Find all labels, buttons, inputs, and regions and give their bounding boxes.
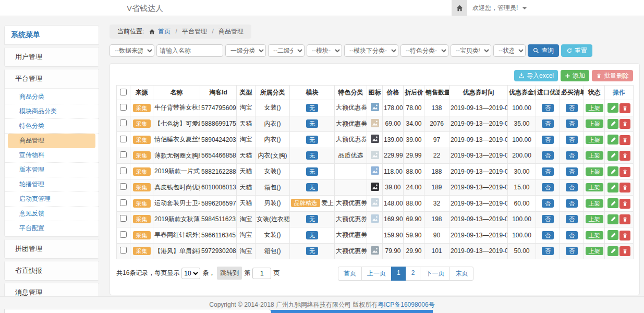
status-badge[interactable]: 上架 xyxy=(586,247,603,255)
edit-button[interactable] xyxy=(607,103,618,113)
row-checkbox[interactable] xyxy=(120,136,127,142)
breadcrumb-home-link[interactable]: 首页 xyxy=(158,28,171,35)
user-menu[interactable]: 欢迎您，管理员! xyxy=(472,0,527,16)
status-badge[interactable]: 上架 xyxy=(586,136,603,144)
row-checkbox[interactable] xyxy=(120,199,127,206)
edit-button[interactable] xyxy=(607,183,618,192)
status-badge[interactable]: 上架 xyxy=(586,167,603,176)
sidebar-item[interactable]: 特色分类 xyxy=(5,119,99,134)
status-badge[interactable]: 上架 xyxy=(586,215,603,223)
pager-button[interactable]: 下一页 xyxy=(420,267,450,281)
must-buy-toggle[interactable]: 否 xyxy=(566,119,578,128)
delete-button[interactable] xyxy=(619,119,630,129)
sidebar-item[interactable]: 启动页管理 xyxy=(5,192,99,207)
sidebar-item[interactable]: 商品分类 xyxy=(5,90,99,104)
row-checkbox[interactable] xyxy=(120,215,127,222)
status-badge[interactable]: 上架 xyxy=(586,119,603,128)
edit-button[interactable] xyxy=(607,230,618,240)
level1-category-select[interactable]: 一级分类 xyxy=(225,44,266,57)
import-select-toggle[interactable]: 否 xyxy=(542,183,554,191)
edit-button[interactable] xyxy=(607,151,618,161)
status-badge[interactable]: 上架 xyxy=(586,183,603,191)
pager-button[interactable]: 末页 xyxy=(449,267,473,281)
level2-category-select[interactable]: --二级分类-- xyxy=(268,44,305,57)
row-checkbox[interactable] xyxy=(120,151,127,158)
must-buy-toggle[interactable]: 否 xyxy=(566,167,578,176)
row-checkbox[interactable] xyxy=(120,104,127,111)
status-badge[interactable]: 上架 xyxy=(586,151,603,160)
delete-button[interactable] xyxy=(619,183,630,192)
row-checkbox[interactable] xyxy=(120,119,127,126)
sidebar-item[interactable]: 版本管理 xyxy=(5,163,99,177)
status-badge[interactable]: 上架 xyxy=(586,199,603,208)
delete-button[interactable] xyxy=(619,135,630,145)
pager-button[interactable]: 1 xyxy=(391,267,406,281)
edit-button[interactable] xyxy=(607,119,618,129)
status-select[interactable]: --状态-- xyxy=(493,44,526,57)
sidebar-item[interactable]: 意见反馈 xyxy=(5,207,99,221)
must-buy-toggle[interactable]: 否 xyxy=(566,199,578,208)
import-select-toggle[interactable]: 否 xyxy=(542,104,554,112)
delete-button[interactable] xyxy=(619,231,630,240)
icp-link[interactable]: 粤ICP备16098006号 xyxy=(378,301,434,308)
import-select-toggle[interactable]: 否 xyxy=(542,136,554,144)
must-buy-toggle[interactable]: 否 xyxy=(566,231,578,239)
add-button[interactable]: 添加 xyxy=(561,70,589,81)
sidebar-item[interactable]: 平台配置 xyxy=(5,221,99,235)
row-checkbox[interactable] xyxy=(120,183,127,190)
sidebar-group-header[interactable]: 拼团管理 xyxy=(5,239,99,258)
status-badge[interactable]: 上架 xyxy=(586,104,603,112)
page-number-input[interactable] xyxy=(252,268,271,279)
import-excel-button[interactable]: 导入excel xyxy=(514,70,558,81)
must-buy-toggle[interactable]: 否 xyxy=(566,151,578,160)
module-subcategory-select[interactable]: --模块下分类-- xyxy=(344,44,398,57)
edit-button[interactable] xyxy=(607,246,618,256)
sidebar-item[interactable]: 轮播管理 xyxy=(5,177,99,192)
sidebar-item[interactable]: 宣传物料 xyxy=(5,148,99,163)
home-button[interactable] xyxy=(452,0,467,16)
row-checkbox[interactable] xyxy=(120,167,127,174)
row-checkbox[interactable] xyxy=(120,231,127,238)
edit-button[interactable] xyxy=(607,166,618,176)
edit-button[interactable] xyxy=(607,198,618,208)
query-button[interactable]: 查询 xyxy=(528,44,559,57)
feature-category-select[interactable]: --特色分类-- xyxy=(400,44,448,57)
pager-button[interactable]: 上一页 xyxy=(361,267,392,281)
delete-button[interactable] xyxy=(619,199,630,209)
must-buy-toggle[interactable]: 否 xyxy=(566,183,578,191)
import-select-toggle[interactable]: 否 xyxy=(542,215,554,223)
import-select-toggle[interactable]: 否 xyxy=(542,199,554,208)
edit-button[interactable] xyxy=(607,135,618,145)
pager-button[interactable]: 2 xyxy=(406,267,421,281)
sidebar-group-header[interactable]: 用户管理 xyxy=(5,47,99,66)
data-source-select[interactable]: --数据来源-- xyxy=(110,44,154,57)
module-select[interactable]: --模块-- xyxy=(307,44,342,57)
must-buy-toggle[interactable]: 否 xyxy=(566,136,578,144)
must-buy-toggle[interactable]: 否 xyxy=(566,247,578,255)
must-buy-toggle[interactable]: 否 xyxy=(566,104,578,112)
pager-button[interactable]: 首页 xyxy=(338,267,362,281)
name-search-input[interactable] xyxy=(156,44,223,57)
delete-button[interactable] xyxy=(619,214,630,224)
import-select-toggle[interactable]: 否 xyxy=(542,167,554,176)
must-buy-toggle[interactable]: 否 xyxy=(566,215,578,223)
delete-button[interactable] xyxy=(619,167,630,177)
sidebar-item[interactable]: 商品管理 xyxy=(8,134,95,148)
sidebar-item[interactable]: 模块商品分类 xyxy=(5,104,99,119)
reset-button[interactable]: 重置 xyxy=(561,44,592,57)
sidebar-group-header[interactable]: 省直快报 xyxy=(5,261,99,280)
row-checkbox[interactable] xyxy=(120,247,127,254)
import-select-toggle[interactable]: 否 xyxy=(542,247,554,255)
import-select-toggle[interactable]: 否 xyxy=(542,231,554,239)
item-type-select[interactable]: --宝贝类型-- xyxy=(451,44,491,57)
select-all-checkbox[interactable] xyxy=(120,89,127,95)
batch-delete-button[interactable]: 批量删除 xyxy=(592,70,633,81)
jump-button[interactable]: 跳转到 xyxy=(217,267,242,280)
delete-button[interactable] xyxy=(619,246,630,256)
per-page-select[interactable]: 10 xyxy=(181,268,200,279)
import-select-toggle[interactable]: 否 xyxy=(542,151,554,160)
delete-button[interactable] xyxy=(619,103,630,113)
status-badge[interactable]: 上架 xyxy=(586,231,603,239)
import-select-toggle[interactable]: 否 xyxy=(542,119,554,128)
delete-button[interactable] xyxy=(619,151,630,161)
